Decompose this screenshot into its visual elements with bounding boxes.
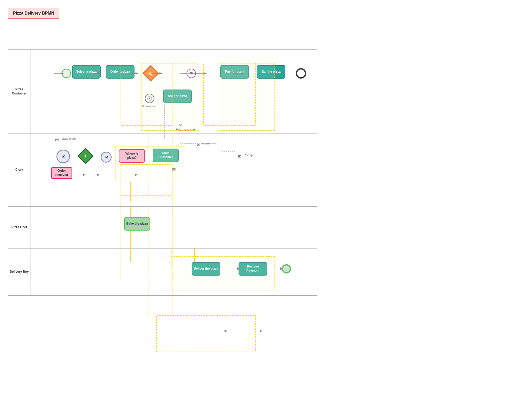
start-event-customer [62, 69, 71, 78]
arrow-1 [237, 267, 239, 271]
label-60min: 60 minutes [142, 105, 156, 108]
task-pay-pizza[interactable]: Pay for pizza [220, 65, 249, 79]
envelope-icon: ✉ [190, 71, 193, 75]
page-title: Pizza Delivery BPMN [8, 8, 59, 19]
flow-down-to-chef-bake [130, 249, 131, 262]
clock-icon: 🕐 [147, 96, 152, 101]
label-pizza-received: Pizza received [176, 128, 195, 131]
lane-label-clerk: Clerk [8, 133, 30, 206]
message-event-customer: ✉ [187, 69, 196, 78]
task-ask-pizza[interactable]: Ask for pizza [163, 90, 192, 103]
end-event-delivery [282, 264, 291, 273]
flow-out-chef [130, 231, 131, 251]
flow-in-chef [130, 207, 131, 217]
flow-in-delivery-left [171, 249, 171, 262]
diagram-container: Pizza Customer Select a pizza Order a pi… [8, 49, 317, 296]
flow-down-clerk [130, 182, 131, 202]
swim-lane-chef: Pizza Chef Bake the pizza [8, 207, 317, 249]
plus-icon: + [84, 153, 87, 159]
lane-label-chef: Pizza Chef [8, 207, 30, 248]
task-order-pizza[interactable]: Order a pizza [106, 65, 134, 79]
mail-icon-2: ✉ [179, 123, 182, 128]
lane-label-delivery: Delivery Boy [8, 249, 30, 295]
task-calm-customer[interactable]: Calm Customer [153, 149, 179, 162]
envelope-pizza-received: ✉ [179, 123, 182, 128]
gateway-icon: ⊙ [149, 71, 153, 76]
arrow-2 [280, 267, 283, 271]
swim-lane-clerk: Clerk ✉ Order received + ✉ Where is pizz… [8, 133, 317, 207]
message-start-clerk: ✉ [56, 150, 70, 163]
gateway-customer: ⊙ [145, 68, 156, 79]
svg-rect-21 [157, 315, 255, 352]
message-send-clerk: ✉ [101, 152, 112, 163]
task-receive-payment[interactable]: Recieve Payment [239, 262, 267, 276]
mail-icon-clerk: ✉ [61, 154, 65, 159]
lane-content-clerk: ✉ Order received + ✉ Where is pizza? Cal… [30, 133, 317, 206]
flow-receive-end [267, 269, 282, 269]
label-order-received: Order received [51, 167, 72, 179]
mail-icon-send: ✉ [105, 155, 108, 160]
task-bake-pizza[interactable]: Bake the pizza [124, 217, 150, 231]
task-deliver-pizza[interactable]: Deliver the pizza [192, 262, 220, 276]
lane-label-customer: Pizza Customer [8, 50, 30, 133]
task-eat-pizza[interactable]: Eat the pizza [257, 65, 285, 79]
timer-event: 🕐 [145, 94, 154, 103]
task-where-pizza[interactable]: Where is pizza? [119, 149, 145, 163]
end-event-customer [296, 68, 306, 79]
swim-lane-customer: Pizza Customer Select a pizza Order a pi… [8, 50, 317, 133]
lane-content-customer: Select a pizza Order a pizza ⊙ ✉ Pay for… [30, 50, 317, 133]
task-select-pizza[interactable]: Select a pizza [72, 65, 101, 79]
flow-in-delivery-right [194, 249, 195, 262]
flow-deliver-receive [220, 269, 239, 269]
swim-lane-delivery: Delivery Boy Deliver the pizza Recieve P… [8, 249, 317, 295]
lane-content-delivery: Deliver the pizza Recieve Payment [30, 249, 317, 295]
lane-content-chef: Bake the pizza [30, 207, 317, 248]
